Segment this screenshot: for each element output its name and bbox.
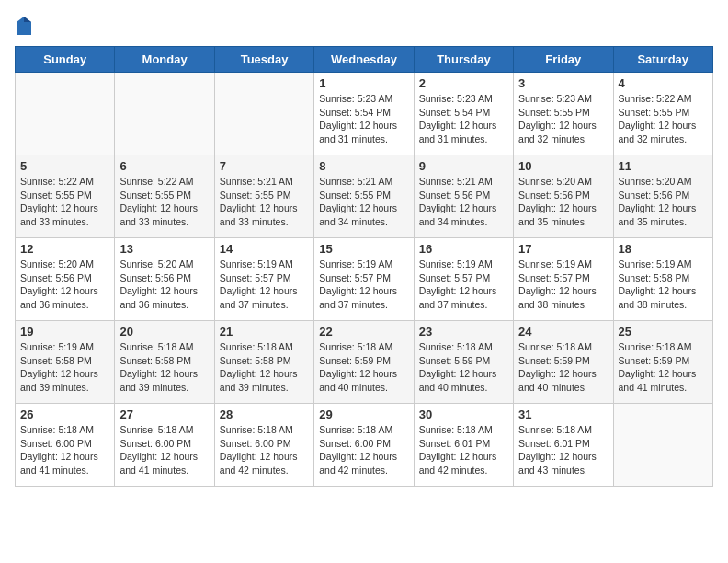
- calendar-cell: [613, 404, 712, 487]
- date-number: 17: [518, 242, 608, 256]
- cell-info: Sunrise: 5:18 AMSunset: 6:00 PMDaylight:…: [20, 424, 98, 476]
- calendar-cell: 30Sunrise: 5:18 AMSunset: 6:01 PMDayligh…: [414, 404, 513, 487]
- calendar-cell: 13Sunrise: 5:20 AMSunset: 5:56 PMDayligh…: [115, 238, 214, 321]
- date-number: 19: [20, 325, 109, 339]
- calendar-cell: 8Sunrise: 5:21 AMSunset: 5:55 PMDaylight…: [314, 155, 414, 238]
- calendar-cell: 18Sunrise: 5:19 AMSunset: 5:58 PMDayligh…: [613, 238, 712, 321]
- date-number: 22: [319, 325, 408, 339]
- calendar-cell: 28Sunrise: 5:18 AMSunset: 6:00 PMDayligh…: [214, 404, 313, 487]
- date-number: 31: [518, 408, 608, 421]
- date-number: 7: [220, 159, 309, 173]
- cell-info: Sunrise: 5:18 AMSunset: 5:59 PMDaylight:…: [518, 341, 597, 393]
- cell-info: Sunrise: 5:22 AMSunset: 5:55 PMDaylight:…: [20, 176, 98, 227]
- date-number: 1: [319, 76, 408, 90]
- date-number: 13: [119, 242, 209, 256]
- cell-info: Sunrise: 5:18 AMSunset: 5:59 PMDaylight:…: [319, 341, 397, 393]
- calendar-cell: 6Sunrise: 5:22 AMSunset: 5:55 PMDaylight…: [115, 155, 214, 238]
- calendar-cell: 2Sunrise: 5:23 AMSunset: 5:54 PMDaylight…: [414, 73, 513, 155]
- cell-info: Sunrise: 5:20 AMSunset: 5:56 PMDaylight:…: [518, 176, 597, 227]
- cell-info: Sunrise: 5:20 AMSunset: 5:56 PMDaylight:…: [619, 176, 697, 227]
- calendar-cell: 16Sunrise: 5:19 AMSunset: 5:57 PMDayligh…: [414, 238, 513, 321]
- date-number: 5: [20, 159, 109, 173]
- calendar-cell: 10Sunrise: 5:20 AMSunset: 5:56 PMDayligh…: [514, 155, 613, 238]
- date-number: 9: [419, 159, 508, 173]
- cell-info: Sunrise: 5:18 AMSunset: 5:58 PMDaylight:…: [119, 341, 198, 393]
- day-header-saturday: Saturday: [613, 47, 712, 73]
- date-number: 12: [20, 242, 109, 256]
- calendar-cell: 20Sunrise: 5:18 AMSunset: 5:58 PMDayligh…: [115, 321, 214, 404]
- header: [15, 15, 713, 37]
- cell-info: Sunrise: 5:18 AMSunset: 6:00 PMDaylight:…: [319, 424, 397, 476]
- date-number: 15: [319, 242, 408, 256]
- calendar-cell: 31Sunrise: 5:18 AMSunset: 6:01 PMDayligh…: [514, 404, 613, 487]
- calendar-cell: 3Sunrise: 5:23 AMSunset: 5:55 PMDaylight…: [514, 73, 613, 155]
- cell-info: Sunrise: 5:20 AMSunset: 5:56 PMDaylight:…: [20, 259, 98, 310]
- calendar-cell: 4Sunrise: 5:22 AMSunset: 5:55 PMDaylight…: [613, 73, 712, 155]
- day-header-wednesday: Wednesday: [314, 47, 414, 73]
- date-number: 25: [619, 325, 708, 339]
- calendar-cell: 26Sunrise: 5:18 AMSunset: 6:00 PMDayligh…: [16, 404, 115, 487]
- date-number: 27: [119, 408, 209, 421]
- cell-info: Sunrise: 5:18 AMSunset: 6:01 PMDaylight:…: [419, 424, 497, 476]
- calendar-cell: 27Sunrise: 5:18 AMSunset: 6:00 PMDayligh…: [115, 404, 214, 487]
- calendar-table: SundayMondayTuesdayWednesdayThursdayFrid…: [15, 46, 713, 487]
- cell-info: Sunrise: 5:21 AMSunset: 5:56 PMDaylight:…: [419, 176, 497, 227]
- cell-info: Sunrise: 5:23 AMSunset: 5:54 PMDaylight:…: [319, 93, 397, 144]
- date-number: 29: [319, 408, 408, 421]
- date-number: 23: [419, 325, 508, 339]
- cell-info: Sunrise: 5:18 AMSunset: 5:59 PMDaylight:…: [619, 341, 697, 393]
- calendar-cell: 29Sunrise: 5:18 AMSunset: 6:00 PMDayligh…: [314, 404, 414, 487]
- cell-info: Sunrise: 5:19 AMSunset: 5:57 PMDaylight:…: [319, 259, 397, 310]
- cell-info: Sunrise: 5:19 AMSunset: 5:57 PMDaylight:…: [220, 259, 298, 310]
- date-number: 11: [619, 159, 708, 173]
- calendar-cell: 9Sunrise: 5:21 AMSunset: 5:56 PMDaylight…: [414, 155, 513, 238]
- calendar-cell: 14Sunrise: 5:19 AMSunset: 5:57 PMDayligh…: [214, 238, 313, 321]
- date-number: 21: [220, 325, 309, 339]
- cell-info: Sunrise: 5:22 AMSunset: 5:55 PMDaylight:…: [619, 93, 697, 144]
- day-header-sunday: Sunday: [16, 47, 115, 73]
- logo-icon: [15, 15, 33, 37]
- calendar-cell: 24Sunrise: 5:18 AMSunset: 5:59 PMDayligh…: [514, 321, 613, 404]
- day-header-thursday: Thursday: [414, 47, 513, 73]
- day-header-tuesday: Tuesday: [214, 47, 313, 73]
- day-header-friday: Friday: [514, 47, 613, 73]
- date-number: 14: [220, 242, 309, 256]
- calendar-cell: 7Sunrise: 5:21 AMSunset: 5:55 PMDaylight…: [214, 155, 313, 238]
- date-number: 6: [119, 159, 209, 173]
- calendar-cell: 25Sunrise: 5:18 AMSunset: 5:59 PMDayligh…: [613, 321, 712, 404]
- cell-info: Sunrise: 5:18 AMSunset: 6:01 PMDaylight:…: [518, 424, 597, 476]
- date-number: 2: [419, 76, 508, 90]
- date-number: 3: [518, 76, 608, 90]
- calendar-cell: 15Sunrise: 5:19 AMSunset: 5:57 PMDayligh…: [314, 238, 414, 321]
- cell-info: Sunrise: 5:20 AMSunset: 5:56 PMDaylight:…: [119, 259, 198, 310]
- cell-info: Sunrise: 5:21 AMSunset: 5:55 PMDaylight:…: [319, 176, 397, 227]
- calendar-cell: 5Sunrise: 5:22 AMSunset: 5:55 PMDaylight…: [16, 155, 115, 238]
- date-number: 4: [619, 76, 708, 90]
- cell-info: Sunrise: 5:19 AMSunset: 5:57 PMDaylight:…: [419, 259, 497, 310]
- date-number: 30: [419, 408, 508, 421]
- date-number: 24: [518, 325, 608, 339]
- calendar-cell: 11Sunrise: 5:20 AMSunset: 5:56 PMDayligh…: [613, 155, 712, 238]
- date-number: 20: [119, 325, 209, 339]
- calendar-cell: 21Sunrise: 5:18 AMSunset: 5:58 PMDayligh…: [214, 321, 313, 404]
- cell-info: Sunrise: 5:18 AMSunset: 5:59 PMDaylight:…: [419, 341, 497, 393]
- logo: [15, 15, 37, 37]
- date-number: 28: [220, 408, 309, 421]
- cell-info: Sunrise: 5:18 AMSunset: 6:00 PMDaylight:…: [119, 424, 198, 476]
- cell-info: Sunrise: 5:18 AMSunset: 6:00 PMDaylight:…: [220, 424, 298, 476]
- calendar-cell: [214, 73, 313, 155]
- calendar-cell: 17Sunrise: 5:19 AMSunset: 5:57 PMDayligh…: [514, 238, 613, 321]
- cell-info: Sunrise: 5:19 AMSunset: 5:57 PMDaylight:…: [518, 259, 597, 310]
- cell-info: Sunrise: 5:22 AMSunset: 5:55 PMDaylight:…: [119, 176, 198, 227]
- cell-info: Sunrise: 5:19 AMSunset: 5:58 PMDaylight:…: [619, 259, 697, 310]
- calendar-cell: 1Sunrise: 5:23 AMSunset: 5:54 PMDaylight…: [314, 73, 414, 155]
- date-number: 26: [20, 408, 109, 421]
- calendar-cell: [16, 73, 115, 155]
- date-number: 18: [619, 242, 708, 256]
- cell-info: Sunrise: 5:18 AMSunset: 5:58 PMDaylight:…: [220, 341, 298, 393]
- cell-info: Sunrise: 5:19 AMSunset: 5:58 PMDaylight:…: [20, 341, 98, 393]
- calendar-cell: 19Sunrise: 5:19 AMSunset: 5:58 PMDayligh…: [16, 321, 115, 404]
- calendar-cell: 22Sunrise: 5:18 AMSunset: 5:59 PMDayligh…: [314, 321, 414, 404]
- calendar-cell: [115, 73, 214, 155]
- cell-info: Sunrise: 5:21 AMSunset: 5:55 PMDaylight:…: [220, 176, 298, 227]
